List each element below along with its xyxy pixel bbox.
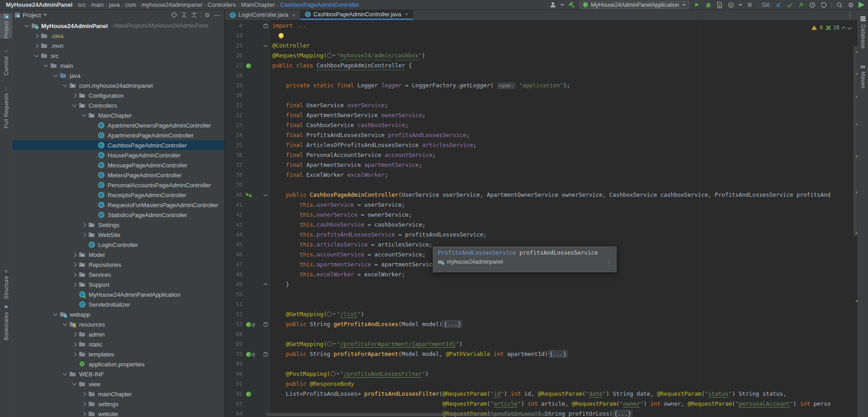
code-line-43[interactable]: 43 this.cashboxService = cashboxService; xyxy=(225,220,858,230)
chevron-right-icon[interactable] xyxy=(80,400,87,408)
spring-bean-icon[interactable] xyxy=(246,63,251,68)
url-inlay-icon[interactable] xyxy=(327,311,337,317)
tree-item-apartmentownerspageadmincontroller[interactable]: ApartmentOwnersPageAdminController xyxy=(12,120,224,130)
code-line-30[interactable]: 30 xyxy=(225,90,858,100)
tree-item-web-inf[interactable]: WEB-INF xyxy=(12,369,224,379)
url-inlay-icon[interactable] xyxy=(327,341,337,347)
chevron-down-icon[interactable] xyxy=(23,22,30,29)
tool-window-button-project[interactable]: Project xyxy=(0,14,12,38)
code-line-24[interactable]: 24 xyxy=(225,31,858,41)
code-line-39[interactable]: 39 xyxy=(225,180,858,190)
tree-item-webapp[interactable]: webapp xyxy=(12,309,224,319)
tree-item-settings[interactable]: Settings xyxy=(12,220,224,230)
tree-item-messagepageadmincontroller[interactable]: MessagePageAdminController xyxy=(12,160,224,170)
profiler-button[interactable] xyxy=(727,1,735,9)
tree-item-src[interactable]: src xyxy=(12,51,224,61)
code-line-36[interactable]: 36 final PersonalAccountService accountS… xyxy=(225,150,858,160)
inspections-widget[interactable]: 6 16 xyxy=(811,24,851,31)
chevron-down-icon[interactable] xyxy=(52,311,59,318)
tree-item-cashboxpageadmincontroller[interactable]: CashboxPageAdminController xyxy=(12,140,224,150)
code-line-41[interactable]: 41 this.userService = userService; xyxy=(225,200,858,210)
code-line-91[interactable]: 91 public @ResponseBody xyxy=(225,379,858,389)
stop-button[interactable] xyxy=(746,1,754,9)
chevron-down-icon[interactable] xyxy=(80,112,87,119)
spring-bean-icon[interactable] xyxy=(246,322,251,327)
code-editor[interactable]: 4import ...2425@Controller26@RequestMapp… xyxy=(225,20,858,417)
fold-marker-plus-icon[interactable] xyxy=(261,24,270,28)
tree-item-myhouse24adminpanel[interactable]: MyHouse24AdminPanel~/IdeaProjects/MyHous… xyxy=(12,21,224,31)
breadcrumb-item[interactable]: java xyxy=(109,1,120,8)
tree-item-main[interactable]: main xyxy=(12,61,224,71)
tree-item-support[interactable]: Support xyxy=(12,280,224,289)
breadcrumb-item[interactable]: Controllers xyxy=(208,1,236,8)
chevron-down-icon[interactable] xyxy=(61,370,68,378)
code-line-25[interactable]: 25@Controller xyxy=(225,41,858,51)
bean-annotation-icon[interactable]: @ xyxy=(252,351,255,357)
expand-all-icon[interactable] xyxy=(180,11,188,19)
code-line-70[interactable]: 70@ public String profitsForApartment(Mo… xyxy=(225,349,858,359)
code-line-52[interactable]: 52 @GetMapping("/list") xyxy=(225,309,858,319)
editor-horizontal-scrollbar[interactable] xyxy=(266,413,553,416)
breadcrumb-item[interactable]: myhouse24adminpanel xyxy=(142,1,202,8)
tree-item-static[interactable]: static xyxy=(12,339,224,349)
tree-item-repositories[interactable]: Repositories xyxy=(12,260,224,270)
code-line-28[interactable]: 28 xyxy=(225,71,858,81)
breadcrumb-item[interactable]: MyHouse24AdminPanel xyxy=(6,1,72,8)
tree-item-apartmentspageadmincontroller[interactable]: ApartmentsPageAdminController xyxy=(12,130,224,140)
code-line-37[interactable]: 37 final ApartmentService apartmentServi… xyxy=(225,160,858,170)
breadcrumb-item[interactable]: main xyxy=(91,1,104,8)
code-line-31[interactable]: 31 final UserService userService; xyxy=(225,100,858,110)
git-update-icon[interactable] xyxy=(775,1,782,9)
panel-settings-gear-icon[interactable]: ⚙ xyxy=(204,11,211,19)
code-line-42[interactable]: 42 this.ownerService = ownerService; xyxy=(225,210,858,220)
hide-panel-icon[interactable]: — xyxy=(213,11,221,19)
code-line-68[interactable]: 68 xyxy=(225,329,858,339)
tree-item-configuration[interactable]: Configuration xyxy=(12,90,224,100)
tree-item-java[interactable]: java xyxy=(12,71,224,81)
code-line-34[interactable]: 34 final ProfitsAndLossesService profits… xyxy=(225,130,858,140)
tab-options-kebab-icon[interactable]: ⋮ xyxy=(842,11,858,19)
code-line-50[interactable]: 50 xyxy=(225,289,858,299)
code-line-92[interactable]: 92 List<ProfitsAndLosses> profitsAndLoss… xyxy=(225,389,858,399)
code-line-69[interactable]: 69 @GetMapping("/profitsForApartment/{ap… xyxy=(225,339,858,349)
ide-feature-trainer-icon[interactable] xyxy=(859,2,864,8)
code-line-51[interactable]: 51 xyxy=(225,299,858,309)
chevron-down-icon[interactable] xyxy=(71,380,78,388)
chevron-right-icon[interactable] xyxy=(71,281,78,288)
chevron-right-icon[interactable] xyxy=(80,390,87,398)
tree-item-view[interactable]: view xyxy=(12,379,224,389)
code-line-32[interactable]: 32 final ApartmentOwnerService ownerServ… xyxy=(225,110,858,120)
chevron-down-icon[interactable] xyxy=(33,52,40,59)
chevron-right-icon[interactable] xyxy=(80,221,87,228)
autowired-dependencies-icon[interactable] xyxy=(246,192,251,198)
locate-file-icon[interactable] xyxy=(171,11,178,19)
code-line-90[interactable]: 90 @PostMapping("/profitsAndLossesFilter… xyxy=(225,369,858,379)
breadcrumb[interactable]: MyHouse24AdminPanel›src›main›java›com›my… xyxy=(5,1,360,8)
tree-item-statisticspageadmincontroller[interactable]: StatisticsPageAdminController xyxy=(12,210,224,220)
user-icon[interactable] xyxy=(549,1,556,9)
code-line-44[interactable]: 44 this.profitsAndLossesService = profit… xyxy=(225,230,858,240)
code-line-26[interactable]: 26@RequestMapping("myhouse24/admin/cashb… xyxy=(225,51,858,61)
bean-annotation-icon[interactable]: @ xyxy=(252,322,255,327)
chevron-down-icon[interactable] xyxy=(61,82,68,89)
chevron-right-icon[interactable] xyxy=(71,251,78,258)
tool-window-button-structure[interactable]: ≡Structure xyxy=(0,269,12,299)
build-hammer-icon[interactable] xyxy=(568,1,575,9)
run-with-coverage-button[interactable] xyxy=(716,1,723,9)
chevron-right-icon[interactable] xyxy=(71,351,78,358)
profiler-dropdown-caret[interactable] xyxy=(739,4,742,6)
spring-bean-icon[interactable] xyxy=(246,352,251,357)
code-line-49[interactable]: 49 } xyxy=(225,280,858,289)
chevron-right-icon[interactable] xyxy=(80,231,87,238)
editor-tab-logincontroller-java[interactable]: CLoginController.java× xyxy=(225,10,300,20)
git-push-icon[interactable] xyxy=(797,1,805,9)
chevron-right-icon[interactable] xyxy=(33,42,40,49)
git-commit-check-icon[interactable] xyxy=(786,1,793,9)
tool-window-button-pull-requests[interactable]: ↕Pull Requests xyxy=(0,86,12,128)
editor-tab-cashboxpageadmincontroller-java[interactable]: CCashboxPageAdminController.java× xyxy=(300,10,413,20)
tool-window-button-database[interactable]: Database xyxy=(858,16,868,49)
project-panel-title[interactable]: Project xyxy=(23,12,41,19)
collapse-all-icon[interactable] xyxy=(190,11,198,19)
tree-item-website[interactable]: website xyxy=(12,409,224,417)
code-line-35[interactable]: 35 final ArticlesOfProfitsAndLossesServi… xyxy=(225,140,858,150)
